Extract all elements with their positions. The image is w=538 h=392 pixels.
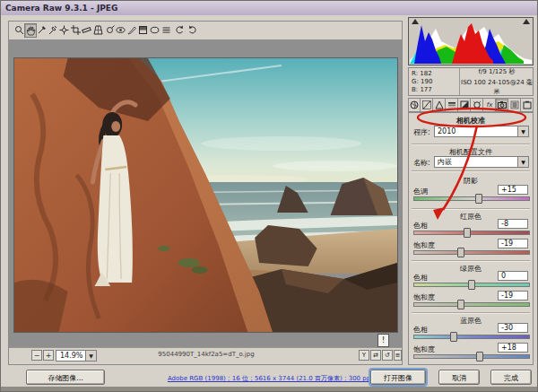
blue-hue-value-field[interactable]: -30: [498, 323, 528, 333]
blue-hue-label: 色相: [413, 325, 428, 335]
zoom-in-button[interactable]: +: [43, 350, 54, 361]
tab-detail[interactable]: [433, 98, 446, 112]
save-image-button[interactable]: 存储图像...: [26, 370, 105, 385]
tab-lens-corrections[interactable]: [471, 98, 483, 112]
histogram: [408, 17, 534, 65]
tint-value-field[interactable]: +15: [498, 185, 528, 195]
red-hue-slider-thumb[interactable]: [464, 228, 471, 238]
green-saturation-slider[interactable]: [413, 302, 530, 307]
red-eye-tool-icon[interactable]: [115, 23, 126, 36]
green-hue-label: 色相: [413, 273, 428, 283]
adjustment-tabs: fx: [408, 98, 534, 112]
profile-name-select[interactable]: 内嵌▼: [434, 156, 529, 168]
green-saturation-value-field[interactable]: -19: [498, 291, 528, 301]
tab-split-toning[interactable]: [458, 98, 471, 112]
profile-name-label: 名称:: [413, 158, 430, 168]
done-button[interactable]: 完成: [490, 370, 532, 385]
copy-settings-button[interactable]: ↺: [382, 350, 393, 361]
tab-camera-calibration[interactable]: [496, 98, 508, 112]
tool-bar: [9, 22, 402, 40]
chevron-down-icon: ▼: [85, 351, 96, 361]
zoom-out-button[interactable]: −: [31, 350, 42, 361]
color-sampler-tool-icon[interactable]: [47, 23, 57, 36]
window-title: Camera Raw 9.3.1 - JPEG: [5, 4, 117, 13]
exif-readout: R: 182 G: 190 B: 177 f/9 1/125 秒 ISO 100…: [408, 67, 534, 96]
blue-saturation-slider[interactable]: [413, 354, 530, 359]
tab-presets[interactable]: [508, 98, 521, 112]
processing-warning-badge: !: [377, 334, 389, 347]
crop-tool-icon[interactable]: [70, 23, 81, 36]
window-bottom-edge: [1, 387, 538, 392]
shadow-clipping-indicator[interactable]: [412, 19, 419, 24]
red-hue-value-field[interactable]: -8: [498, 219, 528, 229]
preview-status-bar: − + 14.9%▼ 95044990T_14kf2a5=dT_o.jpg Y …: [9, 347, 402, 364]
chevron-down-icon: ▼: [517, 157, 528, 167]
rotate-right-icon[interactable]: [187, 23, 197, 36]
white-balance-tool-icon[interactable]: [36, 23, 47, 36]
exposure-info: f/9 1/125 秒: [460, 67, 534, 76]
tint-slider-thumb[interactable]: [475, 194, 482, 204]
green-hue-value-field[interactable]: 0: [498, 271, 528, 281]
process-version-select[interactable]: 2010▼: [434, 126, 529, 137]
swap-before-after-button[interactable]: ⇄: [370, 350, 381, 361]
chevron-down-icon: ▼: [517, 126, 528, 136]
targeted-adjustment-tool-icon[interactable]: [58, 23, 69, 36]
graduated-filter-tool-icon[interactable]: [137, 23, 148, 36]
red-hue-label: 色相: [413, 221, 428, 231]
tint-slider-label: 色调: [413, 187, 428, 196]
preview-menu-button[interactable]: ≡: [394, 350, 402, 361]
spot-removal-tool-icon[interactable]: [104, 23, 115, 36]
green-saturation-label: 饱和度: [413, 292, 435, 302]
title-bar[interactable]: Camera Raw 9.3.1 - JPEG: [1, 1, 538, 15]
blue-saturation-slider-thumb[interactable]: [476, 352, 483, 362]
camera-raw-dialog: Camera Raw 9.3.1 - JPEG: [0, 0, 538, 392]
rgb-g-value: G: 190: [412, 78, 432, 86]
hand-tool-icon[interactable]: [24, 23, 37, 38]
red-hue-slider[interactable]: [413, 231, 530, 235]
cancel-button[interactable]: 取消: [438, 370, 480, 385]
transform-tool-icon[interactable]: [92, 23, 103, 36]
zoom-level-select[interactable]: 14.9%▼: [56, 350, 97, 362]
open-image-button[interactable]: 打开图像: [370, 370, 426, 385]
tint-slider[interactable]: [413, 196, 530, 201]
camera-calibration-panel: 相机校准 程序: 2010▼ 相机配置文件 名称: 内嵌▼ 阴影 色调 +15 …: [408, 112, 534, 365]
red-saturation-label: 饱和度: [413, 240, 435, 250]
blue-hue-slider[interactable]: [413, 335, 530, 339]
rgb-b-value: B: 177: [412, 86, 432, 94]
red-saturation-slider[interactable]: [413, 250, 530, 255]
adjustments-panel: R: 182 G: 190 B: 177 f/9 1/125 秒 ISO 100…: [406, 17, 537, 365]
green-hue-slider-thumb[interactable]: [468, 280, 475, 290]
dialog-footer: 存储图像... Adobe RGB (1998)；16 位；5616 x 374…: [1, 365, 538, 387]
iso-lens-info: ISO 100 24-105@24 毫米: [460, 78, 534, 96]
tab-hsl-grayscale[interactable]: [446, 98, 458, 112]
tab-basic[interactable]: [408, 98, 421, 112]
rgb-r-value: R: 182: [412, 70, 432, 78]
preferences-icon[interactable]: [161, 23, 171, 36]
green-saturation-slider-thumb[interactable]: [457, 300, 464, 309]
radial-filter-tool-icon[interactable]: [149, 23, 160, 36]
image-filename: 95044990T_14kf2a5=dT_o.jpg: [108, 351, 305, 358]
adjustment-brush-tool-icon[interactable]: [126, 23, 137, 36]
workflow-options-link[interactable]: Adobe RGB (1998)；16 位；5616 x 3744 (21.0 …: [135, 374, 404, 383]
process-label: 程序:: [413, 127, 430, 137]
red-saturation-slider-thumb[interactable]: [457, 248, 464, 257]
preview-canvas[interactable]: !: [9, 39, 402, 350]
tab-tone-curve[interactable]: [421, 98, 433, 112]
panel-title: 相机校准: [409, 116, 533, 126]
red-saturation-value-field[interactable]: -19: [498, 239, 528, 248]
blue-saturation-value-field[interactable]: +18: [498, 343, 528, 353]
tab-effects[interactable]: fx: [483, 98, 496, 112]
straighten-tool-icon[interactable]: [81, 23, 91, 36]
blue-hue-slider-thumb[interactable]: [450, 332, 457, 342]
blue-saturation-label: 饱和度: [413, 344, 435, 354]
highlight-clipping-indicator[interactable]: [523, 19, 530, 24]
preview-image[interactable]: [13, 57, 398, 333]
green-hue-slider[interactable]: [413, 283, 530, 287]
tab-snapshots[interactable]: [521, 98, 534, 112]
rotate-left-icon[interactable]: [174, 23, 185, 36]
preview-mode-button[interactable]: Y: [359, 350, 369, 361]
zoom-tool-icon[interactable]: [13, 23, 24, 36]
preview-pane: ! − + 14.9%▼ 95044990T_14kf2a5=dT_o.jpg …: [8, 21, 403, 365]
